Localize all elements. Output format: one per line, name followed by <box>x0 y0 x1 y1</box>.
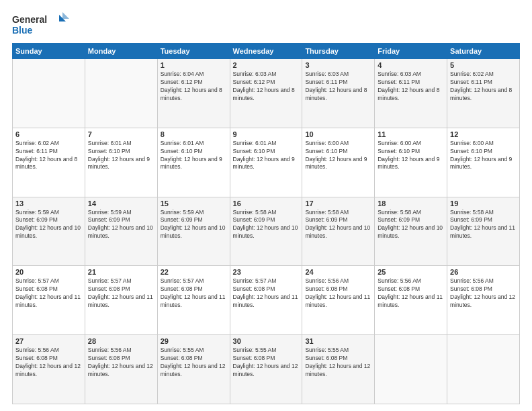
day-info: Sunrise: 6:02 AMSunset: 6:11 PMDaylight:… <box>450 71 517 103</box>
calendar-cell: 9Sunrise: 6:01 AMSunset: 6:10 PMDaylight… <box>230 128 302 197</box>
day-info: Sunrise: 5:55 AMSunset: 6:08 PMDaylight:… <box>305 347 371 379</box>
day-info: Sunrise: 6:00 AMSunset: 6:10 PMDaylight:… <box>305 140 371 172</box>
weekday-header-row: SundayMondayTuesdayWednesdayThursdayFrid… <box>13 44 520 59</box>
calendar-cell: 25Sunrise: 5:56 AMSunset: 6:08 PMDayligh… <box>375 266 447 335</box>
day-number: 8 <box>161 130 227 138</box>
day-number: 22 <box>161 268 227 276</box>
day-info: Sunrise: 5:57 AMSunset: 6:08 PMDaylight:… <box>233 277 300 310</box>
day-number: 5 <box>450 61 517 69</box>
day-number: 2 <box>233 61 300 69</box>
calendar-cell: 11Sunrise: 6:00 AMSunset: 6:10 PMDayligh… <box>375 128 447 197</box>
calendar-cell: 1Sunrise: 6:04 AMSunset: 6:12 PMDaylight… <box>157 59 230 128</box>
calendar-table: SundayMondayTuesdayWednesdayThursdayFrid… <box>12 43 520 404</box>
day-info: Sunrise: 5:59 AMSunset: 6:09 PMDaylight:… <box>88 209 154 241</box>
calendar-cell: 16Sunrise: 5:58 AMSunset: 6:09 PMDayligh… <box>230 197 302 266</box>
day-number: 13 <box>15 199 82 208</box>
day-info: Sunrise: 6:01 AMSunset: 6:10 PMDaylight:… <box>88 140 154 172</box>
calendar-cell: 20Sunrise: 5:57 AMSunset: 6:08 PMDayligh… <box>13 266 85 335</box>
week-row-2: 6Sunrise: 6:02 AMSunset: 6:11 PMDaylight… <box>13 128 520 197</box>
day-number: 7 <box>88 130 154 138</box>
day-info: Sunrise: 6:01 AMSunset: 6:10 PMDaylight:… <box>233 140 300 172</box>
weekday-wednesday: Wednesday <box>230 44 302 59</box>
calendar-cell <box>447 335 520 404</box>
day-number: 12 <box>450 130 517 138</box>
day-number: 6 <box>15 130 82 138</box>
calendar-cell <box>375 335 447 404</box>
day-info: Sunrise: 5:58 AMSunset: 6:09 PMDaylight:… <box>233 209 300 241</box>
day-number: 23 <box>233 268 300 276</box>
calendar-cell: 27Sunrise: 5:56 AMSunset: 6:08 PMDayligh… <box>13 335 85 404</box>
day-info: Sunrise: 5:58 AMSunset: 6:09 PMDaylight:… <box>305 209 371 241</box>
svg-marker-3 <box>62 12 69 19</box>
svg-text:Blue: Blue <box>12 25 33 36</box>
calendar-cell: 10Sunrise: 6:00 AMSunset: 6:10 PMDayligh… <box>302 128 375 197</box>
day-info: Sunrise: 5:55 AMSunset: 6:08 PMDaylight:… <box>233 347 300 379</box>
day-number: 24 <box>305 268 371 276</box>
day-number: 26 <box>450 268 517 276</box>
day-number: 30 <box>233 337 300 345</box>
calendar-cell <box>85 59 157 128</box>
day-number: 29 <box>161 337 227 345</box>
day-info: Sunrise: 5:56 AMSunset: 6:08 PMDaylight:… <box>378 277 444 310</box>
calendar-cell: 22Sunrise: 5:57 AMSunset: 6:08 PMDayligh… <box>157 266 230 335</box>
day-number: 25 <box>378 268 444 276</box>
day-info: Sunrise: 6:03 AMSunset: 6:12 PMDaylight:… <box>233 71 300 103</box>
calendar-cell: 23Sunrise: 5:57 AMSunset: 6:08 PMDayligh… <box>230 266 302 335</box>
day-info: Sunrise: 5:55 AMSunset: 6:08 PMDaylight:… <box>161 347 227 379</box>
weekday-saturday: Saturday <box>447 44 520 59</box>
day-info: Sunrise: 5:56 AMSunset: 6:08 PMDaylight:… <box>450 277 517 310</box>
day-info: Sunrise: 5:58 AMSunset: 6:09 PMDaylight:… <box>378 209 444 241</box>
weekday-tuesday: Tuesday <box>157 44 230 59</box>
day-number: 15 <box>161 199 227 208</box>
day-info: Sunrise: 6:03 AMSunset: 6:11 PMDaylight:… <box>305 71 371 103</box>
day-number: 4 <box>378 61 444 69</box>
day-info: Sunrise: 5:59 AMSunset: 6:09 PMDaylight:… <box>15 209 82 241</box>
day-info: Sunrise: 6:04 AMSunset: 6:12 PMDaylight:… <box>161 71 227 103</box>
weekday-friday: Friday <box>375 44 447 59</box>
calendar-cell: 26Sunrise: 5:56 AMSunset: 6:08 PMDayligh… <box>447 266 520 335</box>
calendar-cell: 4Sunrise: 6:03 AMSunset: 6:11 PMDaylight… <box>375 59 447 128</box>
day-number: 11 <box>378 130 444 138</box>
day-info: Sunrise: 5:56 AMSunset: 6:08 PMDaylight:… <box>15 347 82 379</box>
day-info: Sunrise: 6:00 AMSunset: 6:10 PMDaylight:… <box>450 140 517 172</box>
day-info: Sunrise: 5:57 AMSunset: 6:08 PMDaylight:… <box>15 277 82 310</box>
calendar-cell: 5Sunrise: 6:02 AMSunset: 6:11 PMDaylight… <box>447 59 520 128</box>
day-number: 31 <box>305 337 371 345</box>
logo: General Blue <box>12 12 73 36</box>
calendar-cell: 19Sunrise: 5:58 AMSunset: 6:09 PMDayligh… <box>447 197 520 266</box>
calendar-cell: 12Sunrise: 6:00 AMSunset: 6:10 PMDayligh… <box>447 128 520 197</box>
day-info: Sunrise: 5:57 AMSunset: 6:08 PMDaylight:… <box>161 277 227 310</box>
day-info: Sunrise: 5:56 AMSunset: 6:08 PMDaylight:… <box>88 347 154 379</box>
week-row-3: 13Sunrise: 5:59 AMSunset: 6:09 PMDayligh… <box>13 197 520 266</box>
calendar-cell: 15Sunrise: 5:59 AMSunset: 6:09 PMDayligh… <box>157 197 230 266</box>
week-row-1: 1Sunrise: 6:04 AMSunset: 6:12 PMDaylight… <box>13 59 520 128</box>
day-number: 10 <box>305 130 371 138</box>
day-info: Sunrise: 5:58 AMSunset: 6:09 PMDaylight:… <box>450 209 517 241</box>
calendar-cell: 30Sunrise: 5:55 AMSunset: 6:08 PMDayligh… <box>230 335 302 404</box>
calendar-cell: 14Sunrise: 5:59 AMSunset: 6:09 PMDayligh… <box>85 197 157 266</box>
weekday-sunday: Sunday <box>13 44 85 59</box>
day-number: 19 <box>450 199 517 208</box>
day-number: 21 <box>88 268 154 276</box>
week-row-5: 27Sunrise: 5:56 AMSunset: 6:08 PMDayligh… <box>13 335 520 404</box>
day-number: 9 <box>233 130 300 138</box>
calendar-cell <box>13 59 85 128</box>
calendar-cell: 31Sunrise: 5:55 AMSunset: 6:08 PMDayligh… <box>302 335 375 404</box>
day-info: Sunrise: 6:02 AMSunset: 6:11 PMDaylight:… <box>15 140 82 172</box>
day-number: 20 <box>15 268 82 276</box>
day-info: Sunrise: 5:56 AMSunset: 6:08 PMDaylight:… <box>305 277 371 310</box>
calendar-cell: 24Sunrise: 5:56 AMSunset: 6:08 PMDayligh… <box>302 266 375 335</box>
calendar-cell: 18Sunrise: 5:58 AMSunset: 6:09 PMDayligh… <box>375 197 447 266</box>
day-number: 28 <box>88 337 154 345</box>
day-info: Sunrise: 6:01 AMSunset: 6:10 PMDaylight:… <box>161 140 227 172</box>
day-info: Sunrise: 5:57 AMSunset: 6:08 PMDaylight:… <box>88 277 154 310</box>
calendar-cell: 17Sunrise: 5:58 AMSunset: 6:09 PMDayligh… <box>302 197 375 266</box>
day-number: 18 <box>378 199 444 208</box>
calendar-cell: 6Sunrise: 6:02 AMSunset: 6:11 PMDaylight… <box>13 128 85 197</box>
svg-text:General: General <box>12 14 47 25</box>
weekday-thursday: Thursday <box>302 44 375 59</box>
day-number: 17 <box>305 199 371 208</box>
calendar-cell: 8Sunrise: 6:01 AMSunset: 6:10 PMDaylight… <box>157 128 230 197</box>
day-number: 3 <box>305 61 371 69</box>
calendar-cell: 29Sunrise: 5:55 AMSunset: 6:08 PMDayligh… <box>157 335 230 404</box>
